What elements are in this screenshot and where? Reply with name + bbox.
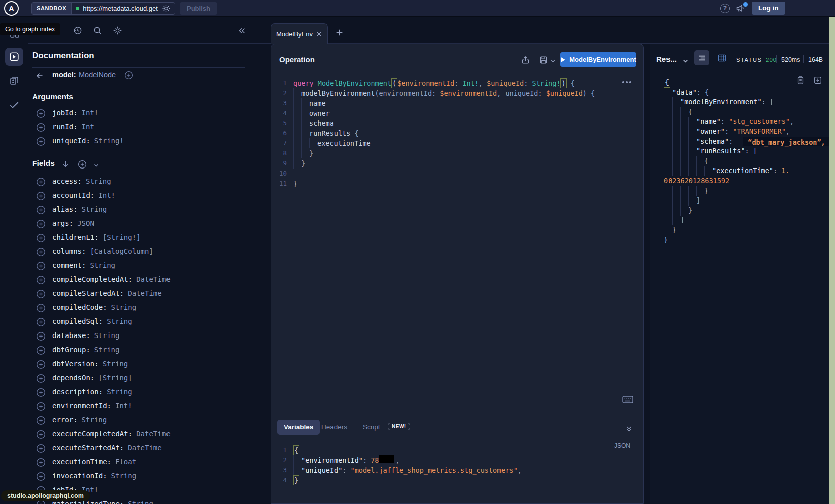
field-type[interactable]: DateTime <box>128 289 161 297</box>
add-field-icon[interactable] <box>36 388 46 397</box>
field-type[interactable]: String <box>103 360 128 368</box>
field-row[interactable]: compileCompletedAt:DateTime <box>28 273 253 287</box>
tab-script[interactable]: Script <box>363 420 380 435</box>
add-field-icon[interactable] <box>36 444 46 453</box>
field-type[interactable]: [String] <box>98 374 132 382</box>
response-table-view-button[interactable] <box>714 50 729 65</box>
argument-row[interactable]: uniqueId:String! <box>28 134 253 148</box>
field-type[interactable]: String <box>82 205 107 213</box>
field-type[interactable]: Int! <box>98 191 115 199</box>
help-icon[interactable]: ? <box>720 4 730 13</box>
argument-row[interactable]: jobId:Int! <box>28 106 253 120</box>
add-field-icon[interactable] <box>124 71 133 80</box>
field-type[interactable]: String <box>107 388 132 396</box>
field-type[interactable]: Float <box>115 458 136 466</box>
field-row[interactable]: dependsOn:[String] <box>28 371 253 385</box>
field-row[interactable]: database:String <box>28 329 253 343</box>
add-field-icon[interactable] <box>36 430 46 439</box>
run-operation-button[interactable]: ModelByEnvironment <box>560 52 636 67</box>
add-field-icon[interactable] <box>36 247 46 257</box>
variables-editor[interactable]: 1{2"environmentId": 78,3"uniqueId": "mod… <box>271 445 643 485</box>
add-field-icon[interactable] <box>36 360 46 369</box>
add-all-fields-icon[interactable] <box>78 160 87 169</box>
sort-fields-icon[interactable] <box>61 160 70 169</box>
save-menu-chevron-icon[interactable] <box>550 58 556 64</box>
endpoint-url[interactable]: https://metadata.cloud.get <box>83 5 158 12</box>
field-type[interactable]: [String!] <box>103 233 141 241</box>
add-field-icon[interactable] <box>36 275 46 285</box>
add-field-icon[interactable] <box>36 205 46 215</box>
add-field-icon[interactable] <box>36 374 46 383</box>
field-type[interactable]: DateTime <box>128 444 161 452</box>
response-menu-chevron-icon[interactable] <box>682 58 689 64</box>
sidebar-item-explorer[interactable] <box>5 48 23 66</box>
tab-variables[interactable]: Variables <box>277 420 320 435</box>
field-row[interactable]: dbtVersion:String <box>28 357 253 371</box>
field-row[interactable]: executionTime:Float <box>28 455 253 469</box>
add-field-icon[interactable] <box>36 137 46 146</box>
field-type[interactable]: String <box>94 346 120 354</box>
breadcrumb-field[interactable]: model: <box>52 71 76 79</box>
response-list-view-button[interactable] <box>694 50 709 65</box>
history-icon[interactable] <box>73 26 82 35</box>
sidebar-item-schema[interactable] <box>8 75 20 87</box>
add-field-icon[interactable] <box>36 331 46 341</box>
field-type[interactable]: String <box>111 472 137 480</box>
field-row[interactable]: environmentId:Int! <box>28 399 253 413</box>
field-type[interactable]: [CatalogColumn] <box>90 247 153 255</box>
field-type[interactable]: Int <box>82 123 94 131</box>
collapse-variables-icon[interactable] <box>625 425 633 433</box>
field-row[interactable]: dbtGroup:String <box>28 343 253 357</box>
add-field-icon[interactable] <box>36 317 46 327</box>
field-row[interactable]: executeCompletedAt:DateTime <box>28 427 253 441</box>
add-field-icon[interactable] <box>36 346 46 355</box>
field-type[interactable]: Int! <box>82 109 99 117</box>
field-type[interactable]: String <box>128 500 153 504</box>
endpoint-settings-gear-icon[interactable] <box>162 4 171 13</box>
field-type[interactable]: String <box>111 303 137 311</box>
add-field-icon[interactable] <box>36 177 46 187</box>
field-row[interactable]: compileStartedAt:DateTime <box>28 287 253 301</box>
search-icon[interactable] <box>93 26 102 35</box>
back-arrow-icon[interactable] <box>35 71 44 80</box>
field-type[interactable]: JSON <box>77 219 94 227</box>
add-field-icon[interactable] <box>36 472 46 481</box>
save-icon[interactable] <box>539 55 548 65</box>
field-row[interactable]: executeStartedAt:DateTime <box>28 441 253 455</box>
field-type[interactable]: String <box>107 317 132 325</box>
add-field-icon[interactable] <box>36 123 46 132</box>
close-tab-icon[interactable] <box>316 31 322 37</box>
field-type[interactable]: String <box>86 177 111 185</box>
field-type[interactable]: String <box>94 331 120 340</box>
add-field-icon[interactable] <box>36 191 46 201</box>
field-type[interactable]: String! <box>94 137 124 145</box>
field-row[interactable]: invocationId:String <box>28 469 253 483</box>
field-row[interactable]: columns:[CatalogColumn] <box>28 245 253 259</box>
add-field-icon[interactable] <box>36 219 46 229</box>
login-button[interactable]: Log in <box>752 2 785 15</box>
field-type[interactable]: String <box>90 261 115 269</box>
field-row[interactable]: args:JSON <box>28 217 253 231</box>
publish-button[interactable]: Publish <box>180 2 217 15</box>
apollo-logo[interactable]: A <box>4 1 19 16</box>
field-row[interactable]: childrenL1:[String!] <box>28 231 253 245</box>
tab-modelbyenvironment[interactable]: ModelByEnvi... <box>271 23 328 44</box>
settings-gear-icon[interactable] <box>113 26 122 35</box>
add-field-icon[interactable] <box>36 289 46 299</box>
field-row[interactable]: comment:String <box>28 259 253 273</box>
endpoint-url-field[interactable]: https://metadata.cloud.get <box>72 3 175 14</box>
field-row[interactable]: accountId:Int! <box>28 189 253 203</box>
field-type[interactable]: Int! <box>115 402 132 410</box>
field-row[interactable]: compiledSql:String <box>28 315 253 329</box>
add-field-icon[interactable] <box>36 416 46 425</box>
new-tab-icon[interactable] <box>335 28 344 37</box>
add-field-icon[interactable] <box>36 261 46 271</box>
collapse-panel-icon[interactable] <box>237 26 246 35</box>
field-row[interactable]: access:String <box>28 175 253 189</box>
field-row[interactable]: alias:String <box>28 203 253 217</box>
response-json[interactable]: {"data": {"modelByEnvironment": [{"name"… <box>664 78 827 245</box>
tab-headers[interactable]: Headers <box>321 420 347 435</box>
sidebar-item-checks[interactable] <box>9 99 20 110</box>
add-field-icon[interactable] <box>36 303 46 313</box>
argument-row[interactable]: runId:Int <box>28 120 253 134</box>
